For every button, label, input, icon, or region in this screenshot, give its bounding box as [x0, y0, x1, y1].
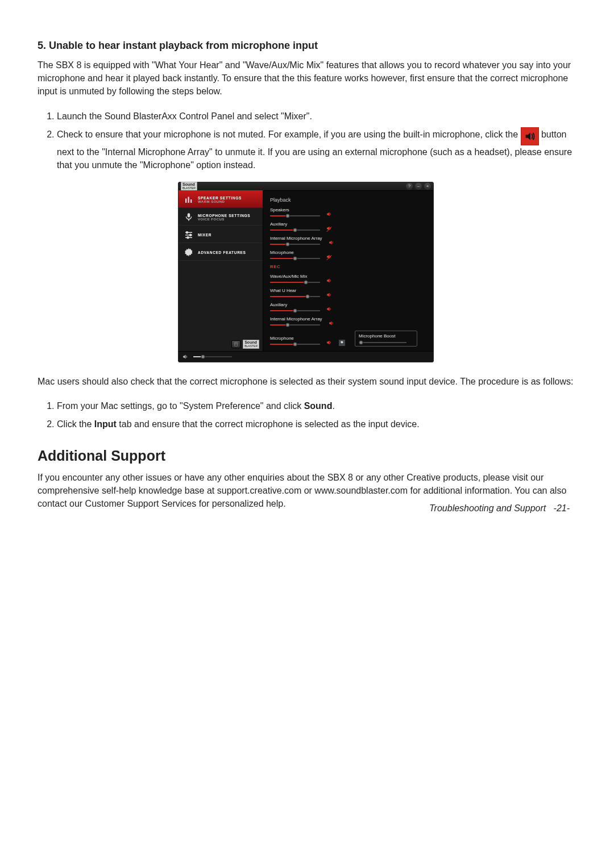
- sidebar-item-mixer[interactable]: MIXER: [179, 226, 263, 243]
- page-footer: Troubleshooting and Support -21-: [429, 503, 570, 514]
- channel-label: What U Hear: [270, 288, 320, 293]
- step-b1: From your Mac settings, go to "System Pr…: [57, 397, 574, 415]
- mixer-bottombar: [179, 352, 433, 362]
- microphone-boost-box: Microphone Boost: [355, 331, 417, 347]
- rec-section-label: REC: [270, 264, 426, 269]
- sliders-icon: [183, 229, 194, 240]
- step-b2-bold: Input: [94, 419, 117, 429]
- channel-slider[interactable]: [270, 323, 320, 327]
- channel-slider[interactable]: [270, 242, 320, 247]
- channel-slider[interactable]: [270, 280, 320, 285]
- footer-section: Troubleshooting and Support: [429, 503, 546, 513]
- sidebar-item-title: MIXER: [198, 233, 211, 237]
- mute-toggle-icon[interactable]: [326, 339, 333, 347]
- svg-rect-0: [185, 199, 186, 203]
- sidebar-item-speaker[interactable]: SPEAKER SETTINGSWARM SOUND: [179, 190, 263, 208]
- mixer-titlebar: Sound BLASTER ? – ×: [179, 182, 433, 191]
- channel-label: Speakers: [270, 207, 320, 212]
- channel-label: Microphone: [270, 336, 320, 341]
- step-a2: Check to ensure that your microphone is …: [57, 125, 574, 174]
- channel-label: Internal Microphone Array: [270, 236, 322, 241]
- step-b2: Click the Input tab and ensure that the …: [57, 415, 574, 433]
- step-b1-post: .: [332, 401, 334, 411]
- mute-toggle-icon[interactable]: [328, 239, 335, 247]
- close-icon[interactable]: ×: [424, 183, 431, 190]
- step-b2-pre: Click the: [57, 419, 94, 429]
- mixer-sidebar: SPEAKER SETTINGSWARM SOUNDMICROPHONE SET…: [179, 190, 263, 351]
- channel-slider[interactable]: [270, 342, 320, 347]
- section-5-paragraph: The SBX 8 is equipped with "What Your He…: [38, 59, 574, 98]
- channel-label: Internal Microphone Array: [270, 316, 322, 322]
- step-a1: Launch the Sound BlasterAxx Control Pane…: [57, 107, 574, 125]
- channel-row: Microphone: [270, 250, 426, 261]
- minimize-icon[interactable]: –: [415, 183, 422, 190]
- channel-label: Auxiliary: [270, 302, 320, 307]
- brand-sub: BLASTER: [182, 186, 196, 190]
- device-small-icon[interactable]: [231, 340, 240, 348]
- eq-bars-icon: [183, 194, 194, 205]
- svg-rect-3: [188, 213, 190, 218]
- channel-slider[interactable]: [270, 228, 320, 232]
- brand-tag: Sound BLASTER: [181, 182, 197, 191]
- channel-row: MicrophoneMicrophone Boost: [270, 331, 426, 347]
- channel-row: Wave/Aux/Mic Mix: [270, 274, 426, 285]
- sidebar-brand-sub: BLASTER: [244, 344, 258, 348]
- sidebar-item-title: ADVANCED FEATURES: [198, 251, 246, 254]
- microphone-boost-label: Microphone Boost: [359, 333, 413, 339]
- channel-slider[interactable]: [270, 308, 320, 313]
- channel-slider[interactable]: [270, 256, 320, 261]
- step-b1-pre: From your Mac settings, go to "System Pr…: [57, 401, 304, 411]
- mute-toggle-icon[interactable]: [326, 253, 333, 261]
- sidebar-item-title: SPEAKER SETTINGS: [198, 196, 242, 200]
- mute-toggle-icon[interactable]: [326, 211, 333, 218]
- mixer-panel-screenshot: Sound BLASTER ? – × SPEAKER SETTINGSWARM…: [178, 182, 434, 362]
- master-volume-slider[interactable]: [193, 354, 232, 359]
- mic-icon: [183, 211, 194, 223]
- svg-point-10: [187, 237, 189, 239]
- channel-label: Microphone: [270, 250, 320, 255]
- channel-label: Auxiliary: [270, 222, 320, 227]
- svg-point-9: [190, 234, 192, 236]
- microphone-boost-slider[interactable]: [359, 340, 406, 345]
- channel-row: Internal Microphone Array: [270, 236, 426, 247]
- sidebar-item-subtitle: WARM SOUND: [198, 200, 242, 203]
- channel-row: Internal Microphone Array: [270, 316, 426, 327]
- channel-row: Auxiliary: [270, 222, 426, 232]
- mac-intro-paragraph: Mac users should also check that the cor…: [38, 375, 574, 388]
- mute-toggle-icon[interactable]: [326, 225, 333, 232]
- channel-slider[interactable]: [270, 214, 320, 218]
- channel-slider[interactable]: [270, 294, 320, 299]
- channel-row: What U Hear: [270, 288, 426, 299]
- additional-support-title: Additional Support: [38, 448, 574, 464]
- channel-row: Auxiliary: [270, 302, 426, 313]
- steps-list-a: Launch the Sound BlasterAxx Control Pane…: [45, 107, 574, 174]
- mute-toggle-icon[interactable]: [328, 320, 335, 327]
- mute-toggle-icon[interactable]: [326, 277, 333, 285]
- mute-toggle-icon[interactable]: [326, 291, 333, 299]
- section-5-title: 5. Unable to hear instant playback from …: [38, 40, 574, 52]
- svg-rect-2: [190, 199, 192, 203]
- step-a2-pre: Check to ensure that your microphone is …: [57, 130, 521, 139]
- svg-point-8: [186, 232, 188, 233]
- sidebar-item-advanced[interactable]: ADVANCED FEATURES: [179, 243, 263, 261]
- help-icon[interactable]: ?: [406, 183, 413, 190]
- mute-toggle-icon[interactable]: [326, 306, 333, 313]
- sidebar-brand-tag: Sound BLASTER: [243, 340, 259, 349]
- channel-row: Speakers: [270, 207, 426, 218]
- sidebar-item-subtitle: VOICE FOCUS: [198, 218, 250, 221]
- channel-label: Wave/Aux/Mic Mix: [270, 274, 320, 279]
- document-page: 5. Unable to hear instant playback from …: [0, 0, 614, 536]
- footer-page: -21-: [554, 503, 570, 513]
- steps-list-b: From your Mac settings, go to "System Pr…: [45, 397, 574, 432]
- mixer-content: Playback SpeakersAuxiliaryInternal Micro…: [263, 190, 433, 351]
- step-b2-post: tab and ensure that the correct micropho…: [117, 419, 420, 429]
- svg-rect-1: [188, 197, 189, 203]
- sidebar-item-title: MICROPHONE SETTINGS: [198, 214, 250, 218]
- gear-icon: [183, 247, 194, 258]
- playback-section-label: Playback: [270, 197, 426, 203]
- mute-speaker-icon: [521, 127, 539, 145]
- master-speaker-icon[interactable]: [182, 353, 189, 361]
- channel-settings-gear-icon[interactable]: [338, 339, 346, 347]
- step-b1-bold: Sound: [304, 401, 333, 411]
- sidebar-item-microphone[interactable]: MICROPHONE SETTINGSVOICE FOCUS: [179, 208, 263, 226]
